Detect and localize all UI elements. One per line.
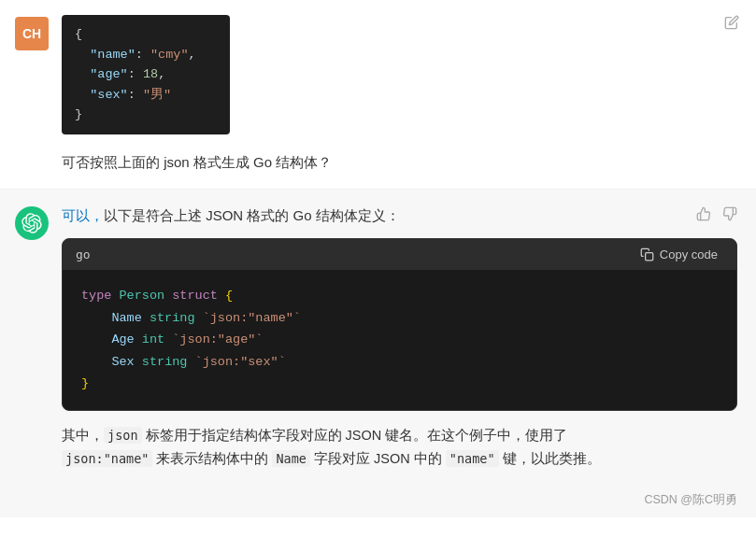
svg-rect-0	[645, 253, 652, 261]
watermark: CSDN @陈C明勇	[0, 485, 756, 517]
copy-code-button[interactable]: Copy code	[635, 246, 723, 263]
copy-code-label: Copy code	[660, 247, 718, 261]
assistant-avatar	[15, 206, 49, 240]
code-line-3: Age int `json:"age"`	[81, 329, 718, 351]
assistant-intro-highlight: 可以，	[62, 207, 104, 223]
thumbdown-icon	[722, 206, 737, 221]
explanation-line2: json:"name" 来表示结构体中的 Name 字段对应 JSON 中的 "…	[62, 450, 601, 467]
go-code-body: type Person struct { Name string `json:"…	[63, 270, 736, 410]
assistant-content: 可以，以下是符合上述 JSON 格式的 Go 结构体定义： go Copy co…	[62, 205, 737, 470]
code-line-5: }	[81, 373, 718, 395]
watermark-text: CSDN @陈C明勇	[644, 493, 737, 506]
edit-icon[interactable]	[724, 15, 739, 33]
code-line-4: Sex string `json:"sex"`	[81, 351, 718, 374]
page-container: CH { "name": "cmy", "age": 18, "sex": "男…	[0, 0, 756, 517]
thumbup-button[interactable]	[694, 205, 713, 227]
thumbup-icon	[696, 206, 711, 221]
user-message-block: CH { "name": "cmy", "age": 18, "sex": "男…	[0, 0, 756, 190]
code-line-1: type Person struct {	[81, 285, 718, 307]
thumbdown-button[interactable]	[720, 205, 739, 227]
assistant-explanation: 其中，json 标签用于指定结构体字段对应的 JSON 键名。在这个例子中，使用…	[62, 424, 737, 470]
assistant-message-block: 可以，以下是符合上述 JSON 格式的 Go 结构体定义： go Copy co…	[0, 190, 756, 485]
user-content: { "name": "cmy", "age": 18, "sex": "男" }…	[62, 15, 737, 174]
assistant-intro-text: 以下是符合上述 JSON 格式的 Go 结构体定义：	[104, 207, 400, 223]
feedback-icons	[694, 205, 739, 227]
user-json-snippet: { "name": "cmy", "age": 18, "sex": "男" }	[62, 15, 230, 134]
go-code-header: go Copy code	[63, 239, 736, 270]
go-lang-label: go	[76, 247, 91, 261]
explanation-line1: 其中，json 标签用于指定结构体字段对应的 JSON 键名。在这个例子中，使用…	[62, 427, 567, 444]
code-line-2: Name string `json:"name"`	[81, 307, 718, 330]
go-code-block: go Copy code type Person struct { Name s…	[62, 238, 737, 411]
user-avatar: CH	[15, 17, 49, 50]
assistant-intro: 可以，以下是符合上述 JSON 格式的 Go 结构体定义：	[62, 205, 737, 227]
user-question: 可否按照上面的 json 格式生成 Go 结构体？	[62, 151, 737, 174]
copy-icon	[640, 247, 654, 261]
